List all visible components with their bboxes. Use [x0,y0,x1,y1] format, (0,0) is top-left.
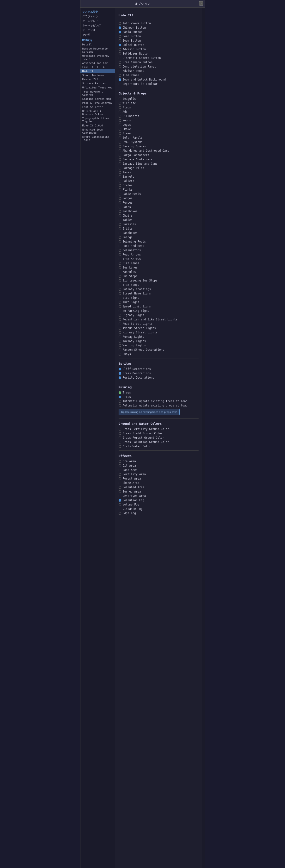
effects-item-radio-0[interactable] [119,460,121,463]
objects-item-row-25[interactable]: Gates [119,205,199,209]
ground-item-radio-1[interactable] [119,432,121,435]
objects-item-radio-49[interactable] [119,310,121,312]
objects-item-row-7[interactable]: Smoke [119,127,199,131]
ground-item-row-1[interactable]: Grass Field Ground Color [119,431,199,436]
objects-item-radio-48[interactable] [119,305,121,308]
effects-item-radio-7[interactable] [119,490,121,493]
effects-item-row-12[interactable]: Edge Fog [119,511,199,515]
toolbar-item-row-1[interactable]: Chirper Button [119,26,199,30]
objects-item-row-37[interactable]: Tram Arrows [119,257,199,261]
effects-item-radio-10[interactable] [119,503,121,506]
sprites-item-row-2[interactable]: Fertile Decorations [119,375,199,380]
objects-item-radio-36[interactable] [119,253,121,256]
sprites-item-radio-2[interactable] [119,376,121,379]
objects-item-radio-53[interactable] [119,327,121,330]
scrollbar[interactable] [202,8,205,868]
objects-item-row-51[interactable]: Pedestrian and Bike Street Lights [119,317,199,321]
effects-item-row-5[interactable]: Shore Area [119,481,199,485]
toolbar-item-radio-3[interactable] [119,35,121,38]
objects-item-radio-35[interactable] [119,249,121,252]
objects-item-radio-54[interactable] [119,331,121,334]
objects-item-row-0[interactable]: Seagulls [119,97,199,101]
objects-item-row-20[interactable]: Crates [119,183,199,187]
objects-item-radio-21[interactable] [119,188,121,191]
toolbar-item-radio-12[interactable] [119,74,121,77]
effects-item-radio-6[interactable] [119,486,121,489]
toolbar-item-radio-7[interactable] [119,53,121,55]
toolbar-item-row-3[interactable]: Gear Button [119,34,199,38]
objects-item-row-21[interactable]: Planks [119,187,199,192]
objects-item-row-36[interactable]: Road Arrows [119,252,199,257]
ground-item-radio-2[interactable] [119,436,121,439]
objects-item-radio-51[interactable] [119,318,121,321]
objects-item-row-32[interactable]: Swings [119,235,199,240]
toolbar-item-row-12[interactable]: Time Panel [119,73,199,78]
objects-item-radio-7[interactable] [119,128,121,130]
objects-item-row-53[interactable]: Avenue Street Lights [119,326,199,330]
effects-item-row-8[interactable]: Destroyed Area [119,494,199,498]
effects-item-radio-4[interactable] [119,477,121,480]
sprites-item-radio-1[interactable] [119,372,121,375]
objects-item-radio-12[interactable] [119,150,121,152]
sidebar-item-remove-deco[interactable]: Remove Decoration Sprites [80,46,115,54]
objects-item-radio-59[interactable] [119,353,121,355]
objects-item-radio-17[interactable] [119,171,121,174]
ground-item-radio-3[interactable] [119,441,121,443]
sidebar-item-hide-it[interactable]: Hide It! [80,69,115,73]
objects-item-row-18[interactable]: Barrels [119,175,199,179]
effects-item-row-6[interactable]: Polluted Area [119,485,199,489]
objects-item-radio-13[interactable] [119,154,121,156]
toolbar-item-row-4[interactable]: Zoom Button [119,38,199,43]
objects-item-row-30[interactable]: Grills [119,226,199,231]
objects-item-radio-14[interactable] [119,158,121,161]
objects-item-radio-2[interactable] [119,106,121,109]
objects-item-row-45[interactable]: Street Name Signs [119,291,199,296]
toolbar-item-row-8[interactable]: Cinematic Camera Button [119,56,199,60]
sidebar-item-unlock-all[interactable]: Unlock All + Wonders & Lan [80,109,115,116]
sidebar-item-audio[interactable]: オーディオ [80,28,115,32]
objects-item-row-5[interactable]: Neons [119,118,199,123]
objects-item-row-13[interactable]: Cargo Containers [119,153,199,157]
objects-item-radio-18[interactable] [119,176,121,178]
objects-item-row-48[interactable]: Speed Limit Signs [119,304,199,309]
sidebar-item-graphics[interactable]: グラフィック [80,14,115,19]
effects-item-row-1[interactable]: Oil Area [119,463,199,468]
sidebar-item-gameplay[interactable]: ゲームプレイ [80,19,115,23]
objects-item-radio-33[interactable] [119,240,121,243]
objects-item-row-4[interactable]: Billboards [119,114,199,118]
ground-item-row-3[interactable]: Grass Pollution Ground Color [119,440,199,444]
toolbar-item-radio-9[interactable] [119,61,121,64]
objects-item-radio-1[interactable] [119,102,121,104]
effects-item-row-3[interactable]: Fertility Area [119,472,199,476]
sidebar-item-surface-painter[interactable]: Surface Painter [80,82,115,86]
effects-item-row-9[interactable]: Pollution Fog [119,498,199,502]
objects-item-radio-9[interactable] [119,136,121,139]
objects-item-row-47[interactable]: Turn Signs [119,300,199,304]
toolbar-item-row-11[interactable]: Advisor Panel [119,69,199,73]
objects-item-radio-45[interactable] [119,292,121,295]
objects-item-row-46[interactable]: Stop Signs [119,296,199,300]
effects-item-radio-9[interactable] [119,499,121,502]
objects-item-row-52[interactable]: Road Street Lights [119,321,199,326]
objects-item-radio-26[interactable] [119,210,121,213]
objects-item-radio-52[interactable] [119,322,121,325]
effects-item-row-2[interactable]: Sand Area [119,468,199,472]
toolbar-item-row-14[interactable]: Separators in Toolbar [119,82,199,86]
objects-item-radio-31[interactable] [119,232,121,235]
objects-item-radio-46[interactable] [119,297,121,299]
objects-item-row-6[interactable]: Logos [119,123,199,127]
sidebar-item-detail[interactable]: Detail [80,42,115,46]
ruining-item-radio-3[interactable] [119,404,121,407]
toolbar-item-row-9[interactable]: Free Camera Button [119,60,199,64]
objects-item-radio-23[interactable] [119,197,121,200]
toolbar-item-radio-5[interactable] [119,44,121,46]
objects-item-radio-22[interactable] [119,193,121,195]
toolbar-item-radio-6[interactable] [119,48,121,51]
toolbar-item-radio-8[interactable] [119,57,121,59]
objects-item-row-49[interactable]: No Parking Signs [119,309,199,313]
ruining-item-radio-0[interactable] [119,391,121,394]
sidebar-item-font-selector[interactable]: Font Selector [80,105,115,109]
toolbar-item-radio-0[interactable] [119,22,121,25]
objects-item-radio-42[interactable] [119,279,121,282]
sidebar-item-enhanced-zoom[interactable]: Enhanced Zoom Continued [80,128,115,135]
